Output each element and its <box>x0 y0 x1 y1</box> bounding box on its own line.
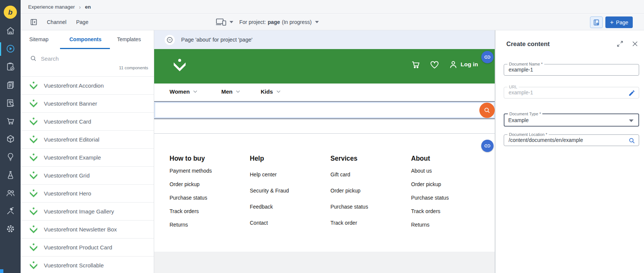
url-input[interactable] <box>508 89 617 96</box>
footer-link[interactable]: Track order <box>330 215 407 231</box>
vuestorefront-icon <box>29 243 38 252</box>
bloomreach-logo-letter: b <box>8 8 13 16</box>
footer-link[interactable]: Order pickup <box>330 183 407 199</box>
panel-eye-icon <box>593 19 600 26</box>
edit-content-link-button[interactable] <box>481 51 494 63</box>
component-item[interactable]: Vuestorefront Banner <box>21 94 154 112</box>
nav-item-men[interactable]: Men <box>221 88 240 95</box>
settings-gear-icon[interactable] <box>6 224 15 234</box>
footer-link[interactable]: Purchase status <box>411 191 488 204</box>
component-item[interactable]: Vuestorefront Accordion <box>21 76 154 94</box>
setup-tools-icon[interactable] <box>6 206 15 216</box>
expand-panel-icon[interactable] <box>616 40 624 48</box>
document-name-field[interactable]: Document Name * <box>504 64 639 76</box>
sidebar-active-indicator <box>0 42 1 56</box>
component-item[interactable]: Vuestorefront Newsletter Box <box>21 220 154 238</box>
channel-menu[interactable]: Channel <box>47 19 66 25</box>
close-icon[interactable] <box>631 40 639 48</box>
component-search-input[interactable] <box>40 54 126 63</box>
breadcrumb-separator-icon: › <box>79 4 81 10</box>
component-item[interactable]: Vuestorefront Hero <box>21 184 154 202</box>
experience-manager-icon[interactable] <box>6 44 15 54</box>
footer-link[interactable]: Gift card <box>330 167 407 183</box>
document-type-field[interactable]: Document Type * Example <box>504 113 639 127</box>
component-item[interactable]: Vuestorefront Product Card <box>21 238 154 256</box>
chevron-down-icon <box>236 90 240 93</box>
products-cube-icon[interactable] <box>6 134 15 144</box>
component-item-label: Vuestorefront Editorial <box>44 136 99 143</box>
project-status: (In progress) <box>282 19 312 25</box>
vuestorefront-logo[interactable] <box>172 58 187 75</box>
add-page-button[interactable]: + Page <box>605 16 633 28</box>
plus-icon: + <box>610 19 614 25</box>
component-item[interactable]: Vuestorefront Grid <box>21 166 154 184</box>
storefront-search-button[interactable] <box>479 103 495 118</box>
nav-item-women[interactable]: Women <box>170 88 197 95</box>
wishlist-heart-icon[interactable] <box>429 60 440 70</box>
edit-pencil-icon[interactable] <box>628 90 635 97</box>
tab-sitemap[interactable]: Sitemap <box>29 36 48 42</box>
component-item[interactable]: Vuestorefront Scrollable <box>21 256 154 273</box>
documents-icon[interactable] <box>6 80 15 90</box>
device-desktop-mobile-icon <box>216 18 227 26</box>
collapse-panel-icon[interactable] <box>30 18 38 26</box>
footer-link[interactable]: Purchase status <box>330 199 407 215</box>
vuestorefront-icon <box>29 153 38 162</box>
footer-link[interactable]: Help center <box>250 167 327 183</box>
component-item[interactable]: Vuestorefront Image Gallery <box>21 202 154 220</box>
device-selector[interactable] <box>216 18 233 26</box>
home-icon[interactable] <box>6 26 15 36</box>
projects-icon[interactable] <box>6 62 15 72</box>
storefront-search-component[interactable] <box>154 101 495 119</box>
footer-link[interactable]: Purchase status <box>170 191 246 204</box>
component-item[interactable]: Vuestorefront Card <box>21 112 154 130</box>
component-item[interactable]: Vuestorefront Example <box>21 148 154 166</box>
vuestorefront-icon <box>29 261 38 270</box>
toggle-preview-button[interactable] <box>590 16 603 28</box>
footer-link[interactable]: Contact <box>250 215 327 231</box>
active-tab-underline <box>60 48 110 49</box>
tab-templates[interactable]: Templates <box>117 36 141 42</box>
footer-link[interactable]: Order pickup <box>411 178 488 191</box>
account-person-icon[interactable] <box>448 60 458 70</box>
footer-link[interactable]: Payment methods <box>170 164 246 178</box>
cart-icon[interactable] <box>411 60 421 70</box>
page-notice-banner: Page 'about' for project 'page' <box>154 30 495 49</box>
commerce-cart-icon[interactable] <box>6 116 15 126</box>
footer-link[interactable]: Returns <box>170 218 246 231</box>
page-notice-text: Page 'about' for project 'page' <box>181 37 252 43</box>
document-type-label: Document Type * <box>508 112 542 116</box>
url-label: URL <box>507 85 519 89</box>
footer-link[interactable]: Track orders <box>170 204 246 218</box>
vuestorefront-icon <box>29 207 38 216</box>
vuestorefront-icon <box>29 99 38 108</box>
footer-link[interactable]: Track orders <box>411 204 488 218</box>
document-name-input[interactable] <box>508 66 617 73</box>
insights-bulb-icon[interactable] <box>6 152 15 162</box>
nav-item-kids[interactable]: Kids <box>261 88 281 95</box>
dropdown-caret-icon <box>629 119 633 122</box>
audiences-people-icon[interactable] <box>6 188 15 198</box>
footer-link[interactable]: Feedback <box>250 199 327 215</box>
footer-link[interactable]: Order pickup <box>170 178 246 191</box>
content-search-icon[interactable] <box>6 98 15 108</box>
bloomreach-logo[interactable]: b <box>4 6 17 19</box>
footer-link[interactable]: About us <box>411 164 488 178</box>
project-selector[interactable]: For project: page (In progress) <box>239 19 319 25</box>
location-search-icon[interactable] <box>628 137 635 144</box>
url-field[interactable]: URL <box>504 87 639 98</box>
login-link[interactable]: Log in <box>461 61 478 68</box>
component-list: Vuestorefront Accordion Vuestorefront Ba… <box>21 76 154 273</box>
breadcrumb-bar: Experience manager › en <box>21 0 644 14</box>
edit-content-link-button[interactable] <box>481 140 494 152</box>
breadcrumb-app[interactable]: Experience manager <box>28 4 75 10</box>
circle-minus-icon <box>165 35 175 45</box>
experiments-flask-icon[interactable] <box>6 170 15 180</box>
document-location-field[interactable]: Document Location * <box>504 134 639 146</box>
document-location-input[interactable] <box>508 137 617 143</box>
footer-link[interactable]: Returns <box>411 218 488 231</box>
tab-components[interactable]: Components <box>69 36 102 42</box>
component-item[interactable]: Vuestorefront Editorial <box>21 130 154 148</box>
page-menu[interactable]: Page <box>76 19 89 25</box>
footer-link[interactable]: Security & Fraud <box>250 183 327 199</box>
